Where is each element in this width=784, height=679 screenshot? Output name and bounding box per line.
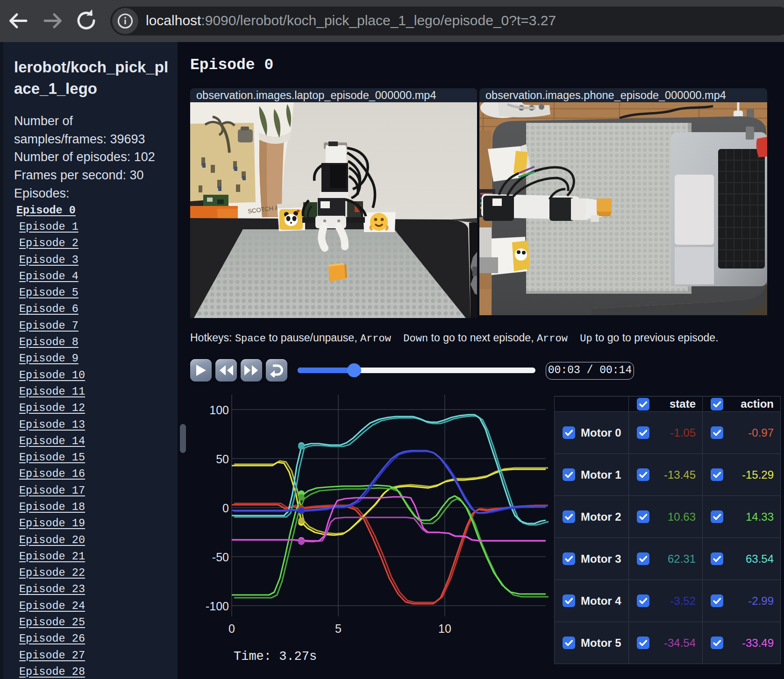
svg-text:-50: -50 [212, 551, 229, 564]
svg-text:100: 100 [209, 403, 229, 417]
svg-text:0: 0 [222, 502, 229, 515]
svg-text:0: 0 [228, 622, 235, 635]
svg-text:10: 10 [438, 622, 451, 635]
svg-text:5: 5 [335, 622, 342, 635]
svg-text:-100: -100 [206, 600, 229, 613]
svg-text:50: 50 [216, 453, 229, 466]
svg-text:Time: 3.27s: Time: 3.27s [234, 650, 317, 664]
